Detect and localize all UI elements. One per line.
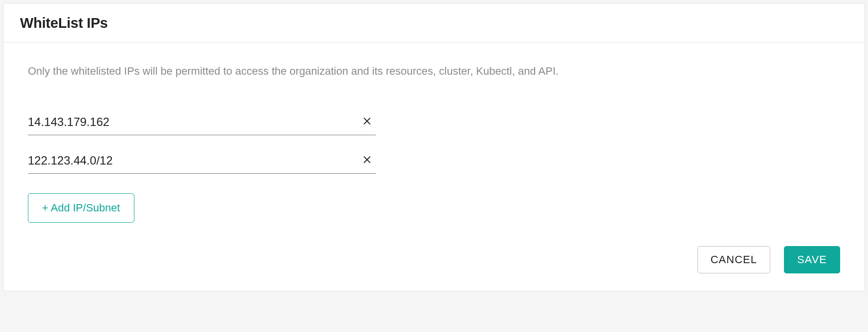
ip-input[interactable]	[28, 153, 358, 168]
card-title: WhiteList IPs	[20, 15, 848, 31]
card-body: Only the whitelisted IPs will be permitt…	[3, 42, 865, 291]
ip-row	[28, 153, 376, 174]
close-icon	[362, 116, 372, 127]
cancel-button[interactable]: CANCEL	[697, 246, 770, 273]
clear-ip-button[interactable]	[358, 153, 376, 168]
add-ip-subnet-button[interactable]: + Add IP/Subnet	[28, 193, 134, 223]
card-actions: CANCEL SAVE	[28, 246, 840, 273]
ip-input[interactable]	[28, 114, 358, 130]
close-icon	[362, 155, 372, 166]
save-button[interactable]: SAVE	[784, 246, 840, 273]
card-header: WhiteList IPs	[3, 3, 865, 42]
ip-list	[28, 114, 376, 174]
whitelist-description: Only the whitelisted IPs will be permitt…	[28, 64, 840, 79]
whitelist-card: WhiteList IPs Only the whitelisted IPs w…	[3, 3, 865, 291]
ip-row	[28, 114, 376, 135]
clear-ip-button[interactable]	[358, 114, 376, 129]
